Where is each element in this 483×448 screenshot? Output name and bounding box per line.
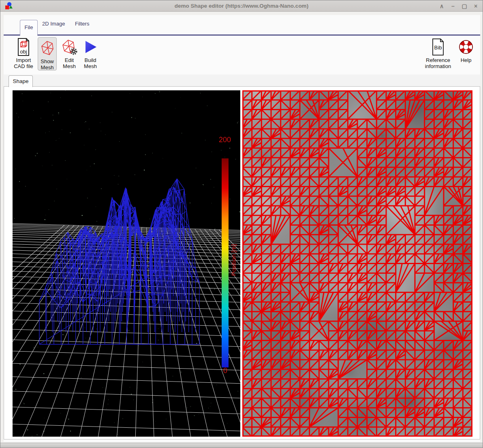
- colorbar: [222, 158, 229, 367]
- 3d-mesh-view[interactable]: 200 0 Position [m]: [13, 90, 240, 437]
- 2d-mesh-canvas[interactable]: [242, 90, 472, 437]
- edit-mesh-label: Edit Mesh: [59, 58, 80, 69]
- bib-icon-text: Bib: [434, 45, 442, 51]
- minimize-button[interactable]: –: [449, 2, 457, 10]
- reference-information-button[interactable]: Bib Reference information: [420, 37, 456, 69]
- build-mesh-button[interactable]: Build Mesh: [80, 37, 101, 69]
- shape-editor-content: 200 0 Position [m]: [4, 86, 480, 439]
- obj-icon-text: obj: [20, 49, 27, 55]
- maximize-button[interactable]: ▢: [461, 2, 468, 10]
- lifebuoy-icon: [457, 37, 475, 57]
- import-cad-file-button[interactable]: obj Import CAD file: [10, 37, 37, 69]
- show-mesh-button[interactable]: Show Mesh: [38, 37, 57, 70]
- tab-shape[interactable]: Shape: [9, 75, 33, 87]
- window-controls: ∧ – ▢ ×: [438, 0, 479, 12]
- show-mesh-label: Show Mesh: [38, 59, 56, 70]
- app-window: demo Shape editor (https://www.Oghma-Nan…: [0, 0, 483, 448]
- shade-button[interactable]: ∧: [438, 2, 445, 10]
- colorbar-max-label: 200: [210, 136, 239, 144]
- toolbar: obj Import CAD file Sho: [4, 36, 480, 75]
- build-mesh-label: Build Mesh: [80, 58, 101, 69]
- colorbar-min-label: 0: [214, 367, 237, 375]
- import-cad-file-label: Import CAD file: [10, 58, 37, 69]
- help-label: Help: [457, 58, 475, 64]
- 2d-mesh-view[interactable]: [242, 90, 472, 437]
- colorbar-axis-label: Position [m]: [230, 244, 237, 276]
- reference-information-label: Reference information: [420, 58, 456, 69]
- mesh-gear-icon: [59, 37, 80, 57]
- app-icon: [4, 2, 13, 11]
- 3d-mesh-canvas[interactable]: [13, 90, 240, 437]
- tab-filters[interactable]: Filters: [75, 21, 89, 27]
- window-title: demo Shape editor (https://www.Oghma-Nan…: [0, 3, 483, 9]
- subtab-row: Shape: [4, 75, 480, 87]
- obj-file-icon: obj: [10, 37, 37, 57]
- tab-file[interactable]: File: [20, 20, 38, 36]
- main-area: File 2D Image Filters obj: [4, 15, 480, 442]
- edit-mesh-button[interactable]: Edit Mesh: [59, 37, 80, 69]
- window-bottom-edge: [0, 443, 483, 448]
- play-icon: [80, 37, 101, 57]
- titlebar: demo Shape editor (https://www.Oghma-Nan…: [0, 0, 483, 12]
- bib-icon: Bib: [420, 37, 456, 57]
- close-button[interactable]: ×: [472, 2, 479, 10]
- help-button[interactable]: Help: [457, 37, 475, 64]
- mesh-icon: [38, 38, 56, 58]
- tab-2d-image[interactable]: 2D Image: [42, 21, 65, 27]
